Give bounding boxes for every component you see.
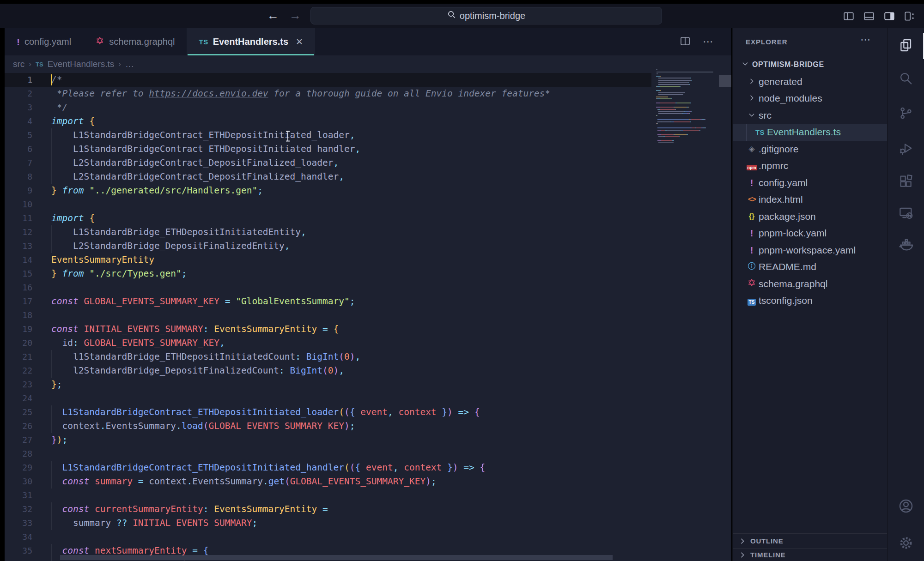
tree-item-OPTIMISM-BRIDGE[interactable]: OPTIMISM-BRIDGE [733, 56, 887, 73]
tree-item-EventHandlers.ts[interactable]: TSEventHandlers.ts [733, 124, 887, 141]
editor-more-actions-icon[interactable]: ⋯ [703, 36, 714, 48]
explorer-more-actions-icon[interactable]: ⋯ [860, 34, 871, 46]
activity-search-button[interactable] [888, 65, 924, 94]
split-editor-icon[interactable] [680, 36, 691, 48]
breadcrumb[interactable]: src › TS EventHandlers.ts › … [5, 55, 731, 73]
minimap[interactable] [656, 69, 721, 222]
activity-run-debug-button[interactable] [888, 134, 924, 164]
code-line-28[interactable]: 28 [5, 447, 651, 461]
code-lines[interactable]: 1/*2 *Please refer to https://docs.envio… [5, 73, 731, 561]
remote-icon [899, 205, 913, 222]
code-line-9[interactable]: 9} from "../generated/src/Handlers.gen"; [5, 184, 651, 198]
tree-item-pnpm-lock.yaml[interactable]: !pnpm-lock.yaml [733, 225, 887, 242]
activity-remote-button[interactable] [888, 199, 924, 229]
code-line-23[interactable]: 23}; [5, 378, 651, 392]
code-line-10[interactable]: 10 [5, 198, 651, 211]
tree-item-schema.graphql[interactable]: schema.graphql [733, 276, 887, 293]
nav-forward-button[interactable]: → [289, 4, 301, 28]
toggle-panel-icon[interactable] [863, 10, 875, 22]
code-line-14[interactable]: 14EventsSummaryEntity [5, 253, 651, 267]
activity-account-button[interactable] [888, 492, 924, 522]
extensions-icon [899, 174, 913, 191]
activity-bar [887, 28, 924, 561]
horizontal-scrollbar[interactable] [60, 555, 613, 560]
tree-item-pnpm-workspace.yaml[interactable]: !pnpm-workspace.yaml [733, 242, 887, 259]
yaml-icon: ! [750, 228, 754, 239]
toggle-secondary-sidebar-icon[interactable] [883, 10, 895, 22]
activity-settings-button[interactable] [888, 529, 924, 559]
breadcrumb-separator-icon: › [29, 60, 31, 69]
code-line-4[interactable]: 4import { [5, 115, 651, 128]
code-line-7[interactable]: 7 L2StandardBridgeContract_DepositFinali… [5, 156, 651, 170]
tree-item-tsconfig.json[interactable]: TStsconfig.json [733, 292, 887, 309]
code-line-32[interactable]: 32 const currentSummaryEntity: EventsSum… [5, 502, 651, 516]
line-text: /* [51, 73, 62, 87]
yaml-icon: ! [750, 245, 754, 256]
tree-item-config.yaml[interactable]: !config.yaml [733, 175, 887, 192]
search-value: optimism-bridge [460, 11, 525, 21]
line-number: 2 [9, 87, 32, 101]
line-number: 13 [9, 239, 32, 253]
code-line-19[interactable]: 19const INITIAL_EVENTS_SUMMARY: EventsSu… [5, 322, 651, 336]
code-line-22[interactable]: 22 l2StandardBridge_DepositFinalizedCoun… [5, 364, 651, 378]
code-line-25[interactable]: 25 L1StandardBridgeContract_ETHDepositIn… [5, 405, 651, 419]
tree-item-src[interactable]: src [733, 107, 887, 124]
code-line-1[interactable]: 1/* [5, 73, 651, 87]
code-line-5[interactable]: 5 L1StandardBridgeContract_ETHDepositIni… [5, 128, 651, 142]
code-line-6[interactable]: 6 L1StandardBridgeContract_ETHDepositIni… [5, 142, 651, 156]
code-line-24[interactable]: 24 [5, 392, 651, 405]
tree-item-generated[interactable]: generated [733, 73, 887, 90]
activity-explorer-button[interactable] [888, 31, 924, 61]
code-line-29[interactable]: 29 L1StandardBridgeContract_ETHDepositIn… [5, 461, 651, 475]
code-line-18[interactable]: 18 [5, 308, 651, 322]
tree-item-.gitignore[interactable]: ◈.gitignore [733, 141, 887, 158]
tree-item-label: .npmrc [759, 160, 788, 171]
tab-schema.graphql[interactable]: schema.graphql [83, 28, 187, 55]
tree-item-README.md[interactable]: README.md [733, 259, 887, 276]
line-text: *Please refer to https://docs.envio.dev … [51, 87, 550, 101]
customize-layout-icon[interactable] [904, 10, 916, 22]
code-line-16[interactable]: 16 [5, 281, 651, 295]
outline-section-header[interactable]: OUTLINE [733, 533, 887, 548]
nav-back-button[interactable]: ← [267, 4, 279, 28]
code-line-3[interactable]: 3 */ [5, 101, 651, 115]
tree-item-index.html[interactable]: <>index.html [733, 191, 887, 208]
tab-EventHandlers.ts[interactable]: TSEventHandlers.ts✕ [187, 28, 315, 55]
breadcrumb-folder[interactable]: src [13, 59, 24, 69]
command-center-search[interactable]: optimism-bridge [310, 7, 662, 24]
code-line-21[interactable]: 21 l1StandardBridge_ETHDepositInitiatedC… [5, 350, 651, 364]
tree-item-package.json[interactable]: {}package.json [733, 208, 887, 225]
code-line-30[interactable]: 30 const summary = context.EventsSummary… [5, 475, 651, 489]
code-editor[interactable]: src › TS EventHandlers.ts › … 1/*2 *Plea… [5, 55, 731, 561]
code-line-27[interactable]: 27}); [5, 433, 651, 447]
timeline-section-header[interactable]: TIMELINE [733, 548, 887, 561]
tab-close-icon[interactable]: ✕ [296, 36, 303, 47]
tree-item-label: index.html [759, 194, 803, 205]
line-number: 7 [9, 156, 32, 170]
line-number: 23 [9, 378, 32, 392]
code-line-34[interactable]: 34 [5, 530, 651, 544]
code-line-33[interactable]: 33 summary ?? INITIAL_EVENTS_SUMMARY; [5, 516, 651, 530]
code-line-2[interactable]: 2 *Please refer to https://docs.envio.de… [5, 87, 651, 101]
tree-item-.npmrc[interactable]: npm.npmrc [733, 157, 887, 175]
tree-item-label: README.md [759, 261, 816, 272]
toggle-primary-sidebar-icon[interactable] [843, 10, 855, 22]
code-line-11[interactable]: 11import { [5, 211, 651, 225]
breadcrumb-symbol[interactable]: … [125, 59, 134, 69]
code-line-20[interactable]: 20 id: GLOBAL_EVENTS_SUMMARY_KEY, [5, 336, 651, 350]
activity-extensions-button[interactable] [888, 168, 924, 197]
code-line-17[interactable]: 17const GLOBAL_EVENTS_SUMMARY_KEY = "Glo… [5, 295, 651, 308]
code-line-8[interactable]: 8 L2StandardBridgeContract_DepositFinali… [5, 170, 651, 184]
line-text: }; [51, 378, 62, 392]
code-line-13[interactable]: 13 L2StandardBridge_DepositFinalizedEnti… [5, 239, 651, 253]
activity-source-control-button[interactable] [888, 99, 924, 129]
code-line-12[interactable]: 12 L1StandardBridge_ETHDepositInitiatedE… [5, 225, 651, 239]
code-line-15[interactable]: 15} from "./src/Types.gen"; [5, 267, 651, 281]
code-line-31[interactable]: 31 [5, 489, 651, 502]
activity-docker-button[interactable] [888, 231, 924, 260]
code-line-26[interactable]: 26 context.EventsSummary.load(GLOBAL_EVE… [5, 419, 651, 433]
docker-icon [898, 237, 914, 254]
tab-config.yaml[interactable]: !config.yaml [5, 28, 83, 55]
tree-item-node_modules[interactable]: node_modules [733, 90, 887, 107]
breadcrumb-file[interactable]: EventHandlers.ts [48, 59, 115, 69]
